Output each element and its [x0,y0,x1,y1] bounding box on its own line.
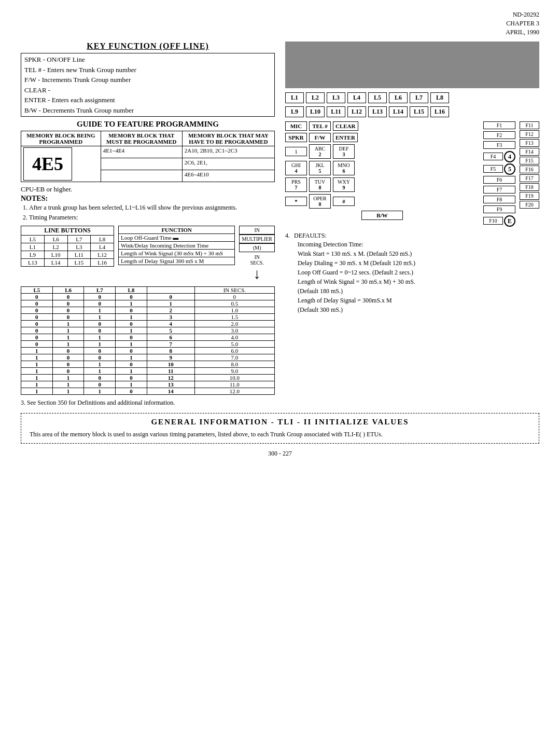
f20-button[interactable]: F20 [520,201,539,209]
key-4[interactable]: GHI4 [285,161,307,175]
l-btn-L6[interactable]: L6 [389,92,408,103]
bw-button[interactable]: B/W [361,211,403,220]
lb-table: LINE BUTTONS L5 L6 L7 L8 L1 L2 L3 L4 [21,226,114,267]
def-item-0: Incoming Detection Time: [298,240,539,249]
l-btn-L7[interactable]: L7 [410,92,428,103]
lb-container: LINE BUTTONS L5 L6 L7 L8 L1 L2 L3 L4 [21,226,275,284]
kf-item-2: F/W - Increments Trunk Group number [24,75,271,85]
general-info-box: GENERAL INFORMATION - TLI - II INITIALIZ… [21,413,539,444]
multiplier-section: IN MULTIPLIER (M) INSECS. ↓ [239,226,275,284]
mt-h2: L7 [84,287,116,294]
enter-button[interactable]: ENTER [333,133,358,142]
func-table-wrap: FUNCTION Loop Off-Guard Time ▬ Wink/Dela… [118,226,235,284]
fw-button[interactable]: F/W [309,133,331,142]
spkr-button[interactable]: SPKR [285,133,307,142]
def-item-7: (Default 300 mS.) [298,305,539,314]
page-number: 300 - 227 [21,450,539,458]
mic-button[interactable]: MIC [285,121,307,131]
key-7[interactable]: PRS7 [285,177,307,192]
f19-button[interactable]: F19 [520,192,539,200]
m-label: (M) [239,243,275,252]
key-hash[interactable]: # [333,197,355,206]
func-row3: Length of Delay Signal 300 mS x M [119,257,235,265]
tel-button[interactable]: TEL # [309,121,331,131]
mt-h0: L5 [21,287,53,294]
clear-button[interactable]: CLEAR [333,121,358,131]
general-info-text: This area of the memory block is used to… [30,430,530,439]
f9-button[interactable]: F9 [483,205,515,213]
f16-button[interactable]: F16 [520,166,539,173]
f14-button[interactable]: F14 [520,148,539,156]
num-row4: * OPER0 # [285,194,479,209]
key-3[interactable]: DEF3 [333,144,355,159]
f11-button[interactable]: F11 [520,121,539,129]
key-function-list: SPKR - ON/OFF Line TEL # - Enters new Tr… [21,53,275,117]
key-9[interactable]: WXY9 [333,177,355,192]
second-key-row: SPKR F/W ENTER [285,133,479,142]
defaults-content: Incoming Detection Time: Wink Start = 13… [285,240,539,314]
l-btn-L1[interactable]: L1 [285,92,304,103]
l-btn-L15[interactable]: L15 [410,106,428,117]
f1-button[interactable]: F1 [483,121,515,129]
l-btn-L5[interactable]: L5 [368,92,387,103]
func-row1: Wink/Delay Incoming Detection Time [119,242,235,250]
l-btn-L8[interactable]: L8 [430,92,449,103]
key-star[interactable]: * [285,197,307,206]
see-section: 3. See Section 350 for Definitions and a… [21,399,539,407]
func-row2: Length of Wink Signal (30 mSx M) + 30 mS [119,250,235,257]
f5-button[interactable]: F5 [483,165,503,173]
l-btn-L2[interactable]: L2 [306,92,325,103]
top-key-row: MIC TEL # CLEAR [285,121,479,131]
key-5[interactable]: JKL5 [309,161,331,175]
lb-r0-0: L5 [21,236,45,243]
f4-button[interactable]: F4 [483,153,503,160]
lb-r2-1: L10 [44,251,67,259]
f15-button[interactable]: F15 [520,157,539,164]
f7-button[interactable]: F7 [483,186,515,194]
l-btn-L14[interactable]: L14 [389,106,408,117]
f13-button[interactable]: F13 [520,139,539,147]
def-item-2: Delay Dialing = 30 mS. x M (Default 120 … [298,258,539,268]
header-line3: APRIL, 1990 [21,28,539,37]
l-btn-L3[interactable]: L3 [327,92,345,103]
def-item-5: (Default 180 mS.) [298,286,539,296]
f-buttons-col: F1 F2 F3 F4 4 F5 5 F6 F7 F8 F9 [483,121,515,227]
f10-row: F10 E [483,215,515,227]
l-btn-L4[interactable]: L4 [347,92,366,103]
key-1[interactable]: 1 [285,147,307,156]
l-btn-L12[interactable]: L12 [347,106,366,117]
l-btn-L13[interactable]: L13 [368,106,387,117]
l-btn-L9[interactable]: L9 [285,106,304,117]
l-buttons-row2: L9 L10 L11 L12 L13 L14 L15 L16 [285,106,539,117]
key-8[interactable]: TUV8 [309,177,331,192]
mem-row3-col1 [101,170,182,182]
l-btn-L16[interactable]: L16 [430,106,449,117]
lb-table-wrap: LINE BUTTONS L5 L6 L7 L8 L1 L2 L3 L4 [21,226,114,284]
lb-r2-2: L11 [67,251,91,259]
key-6[interactable]: MNO6 [333,161,355,175]
f10-button[interactable]: F10 [483,217,503,225]
bw-row: B/W [285,211,479,220]
l-btn-L10[interactable]: L10 [306,106,325,117]
mt-h3: L8 [116,287,147,294]
f4-row: F4 4 [483,151,515,162]
key-2[interactable]: ABC2 [309,144,331,159]
f8-button[interactable]: F8 [483,196,515,203]
f2-button[interactable]: F2 [483,131,515,139]
kf-item-3: CLEAR - [24,85,271,95]
cpu-note: CPU-EB or higher. [21,185,275,194]
f-buttons-col2: F11 F12 F13 F14 F15 F16 F17 F18 F19 F20 [520,121,539,210]
defaults-label: 4. [285,232,290,240]
f17-button[interactable]: F17 [520,174,539,182]
key-0[interactable]: OPER0 [309,194,331,209]
l-btn-L11[interactable]: L11 [327,106,345,117]
defaults-section: 4. DEFAULTS: Incoming Detection Time: Wi… [285,232,539,314]
keypad-left: MIC TEL # CLEAR SPKR F/W ENTER 1 ABC2 DE… [285,121,479,222]
circle-5: 5 [504,163,515,175]
f6-button[interactable]: F6 [483,176,515,184]
f3-button[interactable]: F3 [483,141,515,149]
f5-row: F5 5 [483,163,515,175]
kf-item-0: SPKR - ON/OFF Line [24,54,271,65]
f18-button[interactable]: F18 [520,183,539,191]
f12-button[interactable]: F12 [520,130,539,138]
